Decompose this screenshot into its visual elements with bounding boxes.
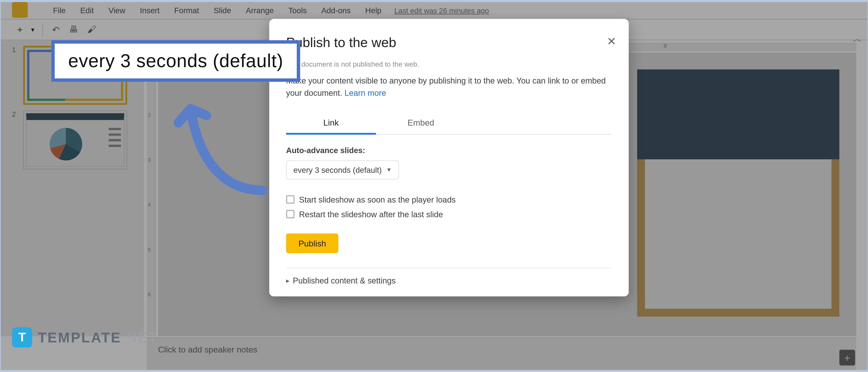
close-icon[interactable]: ✕ <box>607 35 616 48</box>
dialog-tabs: Link Embed <box>286 112 612 134</box>
auto-advance-value: every 3 seconds (default) <box>293 165 382 174</box>
watermark-text-light: .NET <box>121 329 158 345</box>
triangle-right-icon: ▸ <box>286 276 289 284</box>
publish-dialog: ✕ Publish to the web This document is no… <box>269 19 629 296</box>
published-content-settings-toggle[interactable]: ▸ Published content & settings <box>286 276 612 285</box>
published-content-settings-label: Published content & settings <box>293 276 396 285</box>
annotation-callout: every 3 seconds (default) <box>51 40 300 82</box>
tab-embed[interactable]: Embed <box>376 112 466 134</box>
checkbox-restart-slideshow[interactable] <box>286 210 294 218</box>
dialog-description: Make your content visible to anyone by p… <box>286 75 612 99</box>
dialog-divider <box>286 268 612 268</box>
caret-down-icon: ▼ <box>386 167 392 173</box>
checkbox-start-slideshow[interactable] <box>286 195 294 204</box>
publish-button[interactable]: Publish <box>286 233 338 253</box>
checkbox-restart-slideshow-label: Restart the slideshow after the last sli… <box>299 210 443 219</box>
learn-more-link[interactable]: Learn more <box>344 88 386 97</box>
auto-advance-label: Auto-advance slides: <box>286 146 612 155</box>
watermark-text: TEMPLATE.NET <box>38 329 158 346</box>
watermark-logo-icon: T <box>12 328 32 348</box>
checkbox-start-slideshow-label: Start slideshow as soon as the player lo… <box>299 195 456 204</box>
tab-link[interactable]: Link <box>286 112 376 134</box>
watermark: T TEMPLATE.NET <box>12 328 158 348</box>
publish-status: This document is not published to the we… <box>286 60 612 68</box>
dialog-description-text: Make your content visible to anyone by p… <box>286 76 606 97</box>
dialog-title: Publish to the web <box>286 35 612 51</box>
watermark-text-bold: TEMPLATE <box>38 329 121 345</box>
auto-advance-select[interactable]: every 3 seconds (default) ▼ <box>286 160 399 179</box>
